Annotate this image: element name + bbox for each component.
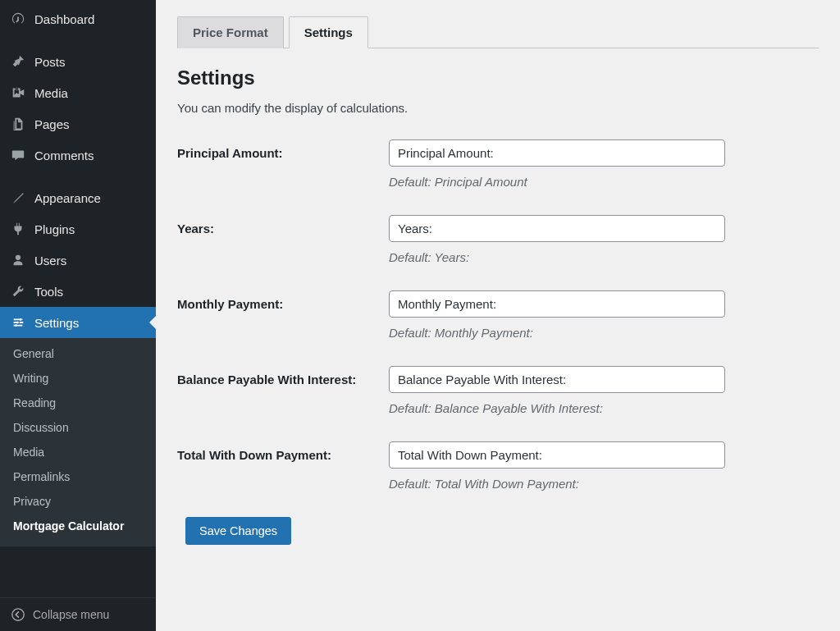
- sidebar-item-label: Media: [34, 86, 68, 100]
- settings-icon: [10, 314, 26, 331]
- sidebar-item-label: Settings: [34, 316, 79, 330]
- field-label: Balance Payable With Interest:: [177, 366, 389, 386]
- sidebar-item-media[interactable]: Media: [0, 77, 156, 108]
- submenu-item-reading[interactable]: Reading: [0, 391, 156, 415]
- submenu-item-discussion[interactable]: Discussion: [0, 415, 156, 440]
- sidebar-item-posts[interactable]: Posts: [0, 46, 156, 77]
- field-label: Monthly Payment:: [177, 290, 389, 311]
- tab-price-format[interactable]: Price Format: [177, 16, 284, 48]
- sidebar-item-label: Dashboard: [34, 12, 94, 26]
- collapse-menu-button[interactable]: Collapse menu: [0, 597, 156, 631]
- submenu-item-general[interactable]: General: [0, 341, 156, 366]
- field-hint: Default: Years:: [389, 250, 733, 264]
- field-label: Total With Down Payment:: [177, 441, 389, 462]
- pages-icon: [10, 116, 26, 132]
- sidebar-item-users[interactable]: Users: [0, 245, 156, 276]
- sidebar-item-label: Users: [34, 254, 66, 267]
- field-hint: Default: Total With Down Payment:: [389, 477, 733, 491]
- field-hint: Default: Principal Amount: [389, 175, 733, 189]
- field-hint: Default: Monthly Payment:: [389, 326, 733, 340]
- users-icon: [10, 252, 26, 268]
- submenu-item-writing[interactable]: Writing: [0, 366, 156, 391]
- submenu-item-permalinks[interactable]: Permalinks: [0, 464, 156, 489]
- field-input-balance-payable-with-interest[interactable]: [389, 366, 725, 393]
- collapse-label: Collapse menu: [33, 608, 109, 621]
- field-input-years[interactable]: [389, 215, 725, 242]
- sidebar-item-tools[interactable]: Tools: [0, 276, 156, 307]
- field-input-principal-amount[interactable]: [389, 139, 725, 167]
- sidebar-item-label: Appearance: [34, 191, 101, 205]
- plugins-icon: [10, 221, 26, 237]
- main-menu: DashboardPostsMediaPagesCommentsAppearan…: [0, 0, 156, 338]
- sidebar-item-dashboard[interactable]: Dashboard: [0, 3, 156, 34]
- admin-sidebar: DashboardPostsMediaPagesCommentsAppearan…: [0, 0, 156, 631]
- sidebar-item-plugins[interactable]: Plugins: [0, 213, 156, 245]
- page-title: Settings: [177, 66, 819, 89]
- pin-icon: [10, 53, 26, 70]
- dashboard-icon: [10, 11, 26, 27]
- tab-settings[interactable]: Settings: [289, 16, 368, 48]
- appearance-icon: [10, 190, 26, 206]
- tab-bar: Price FormatSettings: [177, 16, 819, 48]
- field-label: Principal Amount:: [177, 139, 389, 160]
- sidebar-item-comments[interactable]: Comments: [0, 139, 156, 171]
- sidebar-item-label: Tools: [34, 285, 63, 299]
- sidebar-item-label: Posts: [34, 55, 66, 69]
- field-input-monthly-payment[interactable]: [389, 290, 725, 318]
- field-row-monthly-payment: Monthly Payment:Default: Monthly Payment…: [177, 290, 819, 340]
- sidebar-item-label: Comments: [34, 149, 94, 162]
- sidebar-item-label: Pages: [34, 117, 70, 131]
- submenu-item-mortgage-calculator[interactable]: Mortgage Calculator: [0, 514, 156, 538]
- sidebar-item-pages[interactable]: Pages: [0, 108, 156, 139]
- settings-submenu: GeneralWritingReadingDiscussionMediaPerm…: [0, 338, 156, 546]
- sidebar-item-settings[interactable]: Settings: [0, 307, 156, 338]
- comments-icon: [10, 147, 26, 163]
- field-row-balance-payable-with-interest: Balance Payable With Interest:Default: B…: [177, 366, 819, 415]
- field-label: Years:: [177, 215, 389, 235]
- page-description: You can modify the display of calculatio…: [177, 101, 819, 115]
- tools-icon: [10, 283, 26, 299]
- field-hint: Default: Balance Payable With Interest:: [389, 401, 733, 415]
- field-row-total-with-down-payment: Total With Down Payment:Default: Total W…: [177, 441, 819, 491]
- field-row-years: Years:Default: Years:: [177, 215, 819, 264]
- field-row-principal-amount: Principal Amount:Default: Principal Amou…: [177, 139, 819, 189]
- submenu-item-media[interactable]: Media: [0, 440, 156, 464]
- media-icon: [10, 85, 26, 101]
- main-content: Price FormatSettings Settings You can mo…: [156, 0, 840, 631]
- sidebar-item-label: Plugins: [34, 222, 75, 236]
- submenu-item-privacy[interactable]: Privacy: [0, 489, 156, 514]
- collapse-icon: [10, 606, 26, 623]
- sidebar-item-appearance[interactable]: Appearance: [0, 182, 156, 213]
- save-button[interactable]: Save Changes: [185, 517, 291, 545]
- settings-form: Principal Amount:Default: Principal Amou…: [177, 139, 819, 491]
- field-input-total-with-down-payment[interactable]: [389, 441, 725, 469]
